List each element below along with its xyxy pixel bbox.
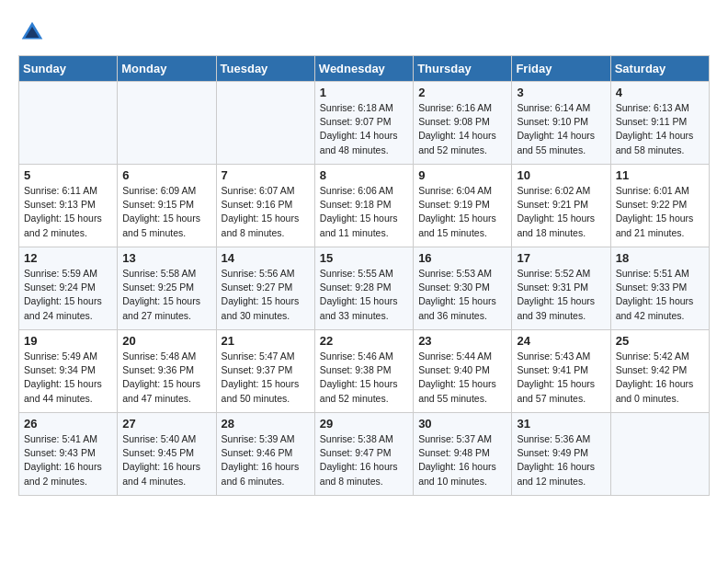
day-info: Sunrise: 5:52 AMSunset: 9:31 PMDaylight:… (517, 267, 605, 323)
day-number: 24 (517, 334, 605, 348)
calendar-cell: 22Sunrise: 5:46 AMSunset: 9:38 PMDayligh… (314, 330, 413, 413)
day-number: 27 (122, 417, 210, 431)
column-header-monday: Monday (118, 56, 216, 82)
day-info: Sunrise: 5:59 AMSunset: 9:24 PMDaylight:… (24, 267, 112, 323)
calendar-cell: 16Sunrise: 5:53 AMSunset: 9:30 PMDayligh… (414, 247, 512, 330)
day-info: Sunrise: 5:37 AMSunset: 9:48 PMDaylight:… (418, 432, 506, 488)
day-number: 18 (616, 251, 704, 265)
day-number: 1 (320, 86, 408, 99)
calendar-cell (216, 82, 314, 165)
week-row-5: 26Sunrise: 5:41 AMSunset: 9:43 PMDayligh… (19, 413, 710, 496)
calendar-cell: 14Sunrise: 5:56 AMSunset: 9:27 PMDayligh… (216, 247, 314, 330)
calendar-cell: 25Sunrise: 5:42 AMSunset: 9:42 PMDayligh… (610, 330, 709, 413)
calendar-header-row: SundayMondayTuesdayWednesdayThursdayFrid… (19, 56, 710, 82)
calendar-cell: 12Sunrise: 5:59 AMSunset: 9:24 PMDayligh… (19, 247, 118, 330)
calendar-cell: 24Sunrise: 5:43 AMSunset: 9:41 PMDayligh… (512, 330, 610, 413)
day-info: Sunrise: 5:42 AMSunset: 9:42 PMDaylight:… (616, 350, 704, 406)
calendar-cell (118, 82, 216, 165)
day-number: 19 (24, 334, 112, 348)
day-info: Sunrise: 5:41 AMSunset: 9:43 PMDaylight:… (24, 432, 112, 488)
day-number: 12 (24, 251, 112, 265)
calendar-cell: 10Sunrise: 6:02 AMSunset: 9:21 PMDayligh… (512, 165, 610, 247)
day-number: 30 (418, 417, 506, 431)
day-info: Sunrise: 6:13 AMSunset: 9:11 PMDaylight:… (616, 101, 704, 157)
day-info: Sunrise: 6:09 AMSunset: 9:15 PMDaylight:… (122, 184, 210, 240)
calendar-cell (610, 413, 709, 496)
day-info: Sunrise: 5:53 AMSunset: 9:30 PMDaylight:… (418, 267, 506, 323)
day-info: Sunrise: 6:06 AMSunset: 9:18 PMDaylight:… (320, 184, 408, 240)
day-info: Sunrise: 6:02 AMSunset: 9:21 PMDaylight:… (517, 184, 605, 240)
day-number: 29 (320, 417, 408, 431)
calendar-cell: 29Sunrise: 5:38 AMSunset: 9:47 PMDayligh… (314, 413, 413, 496)
day-number: 17 (517, 251, 605, 265)
day-number: 5 (24, 168, 112, 182)
day-number: 25 (616, 334, 704, 348)
calendar-cell: 26Sunrise: 5:41 AMSunset: 9:43 PMDayligh… (19, 413, 118, 496)
day-number: 14 (222, 251, 310, 265)
calendar-cell: 30Sunrise: 5:37 AMSunset: 9:48 PMDayligh… (414, 413, 512, 496)
calendar-cell: 4Sunrise: 6:13 AMSunset: 9:11 PMDaylight… (610, 82, 709, 165)
day-info: Sunrise: 6:14 AMSunset: 9:10 PMDaylight:… (517, 101, 605, 157)
calendar-cell: 27Sunrise: 5:40 AMSunset: 9:45 PMDayligh… (118, 413, 216, 496)
day-number: 2 (418, 86, 506, 99)
day-info: Sunrise: 6:11 AMSunset: 9:13 PMDaylight:… (24, 184, 112, 240)
week-row-3: 12Sunrise: 5:59 AMSunset: 9:24 PMDayligh… (19, 247, 710, 330)
calendar-cell: 13Sunrise: 5:58 AMSunset: 9:25 PMDayligh… (118, 247, 216, 330)
column-header-tuesday: Tuesday (216, 56, 314, 82)
day-info: Sunrise: 5:49 AMSunset: 9:34 PMDaylight:… (24, 350, 112, 406)
day-info: Sunrise: 6:04 AMSunset: 9:19 PMDaylight:… (418, 184, 506, 240)
calendar-cell: 31Sunrise: 5:36 AMSunset: 9:49 PMDayligh… (512, 413, 610, 496)
week-row-4: 19Sunrise: 5:49 AMSunset: 9:34 PMDayligh… (19, 330, 710, 413)
column-header-friday: Friday (512, 56, 610, 82)
calendar-cell: 9Sunrise: 6:04 AMSunset: 9:19 PMDaylight… (414, 165, 512, 247)
day-number: 16 (418, 251, 506, 265)
calendar-cell: 11Sunrise: 6:01 AMSunset: 9:22 PMDayligh… (610, 165, 709, 247)
day-number: 21 (222, 334, 310, 348)
calendar-cell: 19Sunrise: 5:49 AMSunset: 9:34 PMDayligh… (19, 330, 118, 413)
day-number: 4 (616, 86, 704, 99)
day-info: Sunrise: 5:44 AMSunset: 9:40 PMDaylight:… (418, 350, 506, 406)
day-info: Sunrise: 5:48 AMSunset: 9:36 PMDaylight:… (122, 350, 210, 406)
calendar-cell: 3Sunrise: 6:14 AMSunset: 9:10 PMDaylight… (512, 82, 610, 165)
week-row-2: 5Sunrise: 6:11 AMSunset: 9:13 PMDaylight… (19, 165, 710, 247)
calendar-cell: 7Sunrise: 6:07 AMSunset: 9:16 PMDaylight… (216, 165, 314, 247)
logo-icon (18, 18, 46, 46)
day-info: Sunrise: 5:51 AMSunset: 9:33 PMDaylight:… (616, 267, 704, 323)
calendar-cell: 20Sunrise: 5:48 AMSunset: 9:36 PMDayligh… (118, 330, 216, 413)
calendar-cell: 21Sunrise: 5:47 AMSunset: 9:37 PMDayligh… (216, 330, 314, 413)
calendar-cell: 1Sunrise: 6:18 AMSunset: 9:07 PMDaylight… (314, 82, 413, 165)
day-number: 26 (24, 417, 112, 431)
day-info: Sunrise: 5:40 AMSunset: 9:45 PMDaylight:… (122, 432, 210, 488)
day-number: 13 (122, 251, 210, 265)
day-number: 23 (418, 334, 506, 348)
day-number: 11 (616, 168, 704, 182)
day-number: 3 (517, 86, 605, 99)
calendar-cell (19, 82, 118, 165)
calendar-cell: 15Sunrise: 5:55 AMSunset: 9:28 PMDayligh… (314, 247, 413, 330)
logo (18, 18, 50, 46)
calendar-cell: 6Sunrise: 6:09 AMSunset: 9:15 PMDaylight… (118, 165, 216, 247)
day-info: Sunrise: 5:43 AMSunset: 9:41 PMDaylight:… (517, 350, 605, 406)
day-info: Sunrise: 5:36 AMSunset: 9:49 PMDaylight:… (517, 432, 605, 488)
calendar-cell: 18Sunrise: 5:51 AMSunset: 9:33 PMDayligh… (610, 247, 709, 330)
column-header-thursday: Thursday (414, 56, 512, 82)
day-number: 10 (517, 168, 605, 182)
column-header-sunday: Sunday (19, 56, 118, 82)
calendar-cell: 28Sunrise: 5:39 AMSunset: 9:46 PMDayligh… (216, 413, 314, 496)
calendar-cell: 2Sunrise: 6:16 AMSunset: 9:08 PMDaylight… (414, 82, 512, 165)
day-info: Sunrise: 6:18 AMSunset: 9:07 PMDaylight:… (320, 101, 408, 157)
calendar-cell: 17Sunrise: 5:52 AMSunset: 9:31 PMDayligh… (512, 247, 610, 330)
day-number: 15 (320, 251, 408, 265)
column-header-saturday: Saturday (610, 56, 709, 82)
calendar-cell: 5Sunrise: 6:11 AMSunset: 9:13 PMDaylight… (19, 165, 118, 247)
calendar-cell: 23Sunrise: 5:44 AMSunset: 9:40 PMDayligh… (414, 330, 512, 413)
day-info: Sunrise: 5:47 AMSunset: 9:37 PMDaylight:… (222, 350, 310, 406)
day-info: Sunrise: 6:01 AMSunset: 9:22 PMDaylight:… (616, 184, 704, 240)
day-number: 20 (122, 334, 210, 348)
day-info: Sunrise: 5:56 AMSunset: 9:27 PMDaylight:… (222, 267, 310, 323)
day-number: 6 (122, 168, 210, 182)
day-info: Sunrise: 5:46 AMSunset: 9:38 PMDaylight:… (320, 350, 408, 406)
calendar-table: SundayMondayTuesdayWednesdayThursdayFrid… (18, 55, 710, 496)
week-row-1: 1Sunrise: 6:18 AMSunset: 9:07 PMDaylight… (19, 82, 710, 165)
day-number: 31 (517, 417, 605, 431)
